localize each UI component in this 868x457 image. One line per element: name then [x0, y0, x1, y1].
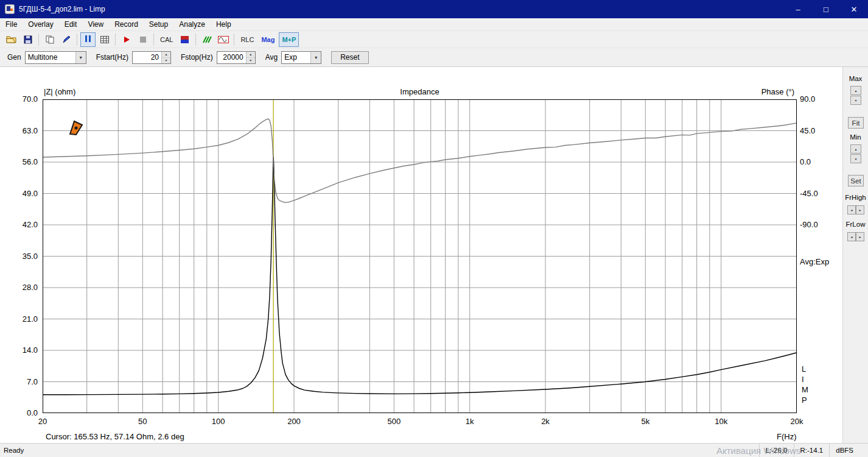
dropdown-arrow-icon[interactable]: ▼: [75, 52, 86, 63]
gen-select-value: Multitone: [26, 53, 75, 62]
menu-item-analyze[interactable]: Analyze: [173, 18, 211, 30]
avg-label: Avg: [265, 53, 278, 62]
generator-icon: [181, 36, 189, 43]
min-up-button[interactable]: ▲: [850, 144, 861, 154]
x-axis-tick: 1k: [466, 417, 474, 426]
x-axis-tick: 20k: [791, 417, 803, 426]
toolbar-separator: [153, 34, 154, 46]
y-axis-left-tick: 21.0: [1, 314, 38, 324]
fstop-spinner: ▲ ▼: [246, 52, 255, 63]
copy-button[interactable]: [42, 32, 57, 47]
menu-item-record[interactable]: Record: [109, 18, 144, 30]
x-axis-tick: 100: [212, 417, 225, 426]
save-file-button[interactable]: [20, 32, 35, 47]
toolbar-separator: [38, 34, 39, 46]
menu-item-file[interactable]: File: [0, 18, 23, 30]
magnitude-phase-button[interactable]: M+P: [279, 32, 299, 47]
reset-button[interactable]: Reset: [331, 51, 368, 64]
y-axis-left-tick: 49.0: [1, 189, 38, 198]
record-button[interactable]: [119, 32, 134, 47]
rlc-button[interactable]: RLC: [237, 32, 257, 47]
x-axis-unit-label: F(Hz): [777, 432, 797, 441]
frhigh-label: FrHigh: [843, 194, 868, 201]
stop-button[interactable]: [135, 32, 150, 47]
pen-overlay-button[interactable]: [58, 32, 74, 47]
avg-select[interactable]: Exp ▼: [281, 51, 321, 64]
toolbar-separator: [195, 34, 196, 46]
gen-select[interactable]: Multitone ▼: [25, 51, 86, 64]
fstop-down-button[interactable]: ▼: [247, 58, 255, 63]
y-axis-right-tick: 0.0: [800, 157, 811, 166]
frlow-right-button[interactable]: ►: [856, 232, 864, 241]
fstart-up-button[interactable]: ▲: [162, 52, 170, 58]
minimize-button[interactable]: –: [784, 0, 812, 18]
y-axis-left-tick: 0.0: [1, 408, 38, 417]
signal-monitor-button[interactable]: [215, 32, 231, 47]
green-stripes-icon: [202, 36, 212, 43]
menu-item-help[interactable]: Help: [211, 18, 237, 30]
open-file-button[interactable]: [4, 32, 19, 47]
fstop-input[interactable]: 20000 ▲ ▼: [217, 51, 256, 64]
status-ready: Ready: [4, 447, 24, 454]
generator-setup-button[interactable]: [177, 32, 192, 47]
min-label: Min: [843, 133, 868, 141]
y-axis-left-tick: 14.0: [1, 345, 38, 355]
toolbar-separator: [77, 34, 77, 46]
y-axis-right-tick: -45.0: [800, 189, 818, 198]
fit-button[interactable]: Fit: [848, 117, 864, 129]
dropdown-arrow-icon[interactable]: ▼: [310, 52, 321, 63]
max-up-button[interactable]: ▲: [850, 86, 861, 95]
y-axis-left-tick: 7.0: [1, 377, 38, 386]
table-view-button[interactable]: [97, 32, 112, 47]
x-axis-tick: 500: [387, 417, 401, 426]
maximize-button[interactable]: □: [812, 0, 840, 18]
status-units: dBFS: [829, 444, 859, 457]
frhigh-left-button[interactable]: ◄: [847, 205, 856, 214]
status-levels: L:-26.0 R:-14.1 dBFS: [759, 444, 859, 457]
window-controls: – □ ✕: [784, 0, 868, 18]
fstart-down-button[interactable]: ▼: [162, 58, 170, 63]
set-button[interactable]: Set: [848, 175, 864, 186]
impedance-plot[interactable]: [43, 99, 797, 413]
generator-bar: Gen Multitone ▼ Fstart(Hz) 20 ▲ ▼ Fstop(…: [0, 48, 868, 67]
close-button[interactable]: ✕: [840, 0, 868, 18]
menu-item-overlay[interactable]: Overlay: [23, 18, 58, 30]
chart-title: Impedance: [43, 87, 797, 96]
y-axis-left-tick: 42.0: [1, 220, 38, 229]
record-play-icon: [123, 36, 130, 43]
frlow-label: FrLow: [843, 221, 868, 228]
max-label: Max: [843, 75, 868, 82]
y-axis-left-tick: 28.0: [1, 283, 38, 292]
menu-item-edit[interactable]: Edit: [59, 18, 83, 30]
max-down-button[interactable]: ▼: [850, 96, 861, 105]
y-axis-left-tick: 70.0: [1, 94, 38, 104]
app-icon: [5, 4, 15, 14]
sine-wave-icon: [218, 36, 229, 43]
y-axis-right-tick: 45.0: [800, 126, 815, 135]
menu-item-setup[interactable]: Setup: [144, 18, 173, 30]
status-left-level: L:-26.0: [759, 444, 794, 457]
magnitude-button[interactable]: Mag: [258, 32, 278, 47]
frhigh-right-button[interactable]: ►: [856, 205, 864, 214]
spectrum-button[interactable]: [199, 32, 214, 47]
fstop-value[interactable]: 20000: [217, 52, 246, 63]
fstart-label: Fstart(Hz): [96, 53, 128, 62]
pause-button[interactable]: [80, 32, 96, 47]
fstart-value[interactable]: 20: [133, 52, 161, 63]
menu-item-view[interactable]: View: [82, 18, 109, 30]
min-down-button[interactable]: ▼: [850, 154, 861, 163]
scale-side-panel: Max ▲ ▼ Fit Min ▲ ▼ Set FrHigh ◄ ► FrLow…: [842, 67, 868, 443]
fstart-spinner: ▲ ▼: [161, 52, 170, 63]
fstart-input[interactable]: 20 ▲ ▼: [132, 51, 171, 64]
main-toolbar: CAL RLC Mag M+P: [0, 31, 868, 48]
avg-indicator: Avg:Exp: [800, 257, 829, 266]
title-bar[interactable]: 5ГДШ-5-4_доп2.lim - Limp – □ ✕: [0, 0, 868, 18]
x-axis-tick: 200: [287, 417, 301, 426]
floppy-disk-icon: [24, 35, 32, 44]
frlow-left-button[interactable]: ◄: [847, 232, 856, 241]
calibrate-button[interactable]: CAL: [157, 32, 176, 47]
status-right-level: R:-14.1: [794, 444, 830, 457]
fstop-up-button[interactable]: ▲: [247, 52, 255, 58]
y-axis-left-tick: 35.0: [1, 252, 38, 261]
y-axis-right-tick: -90.0: [800, 220, 818, 229]
